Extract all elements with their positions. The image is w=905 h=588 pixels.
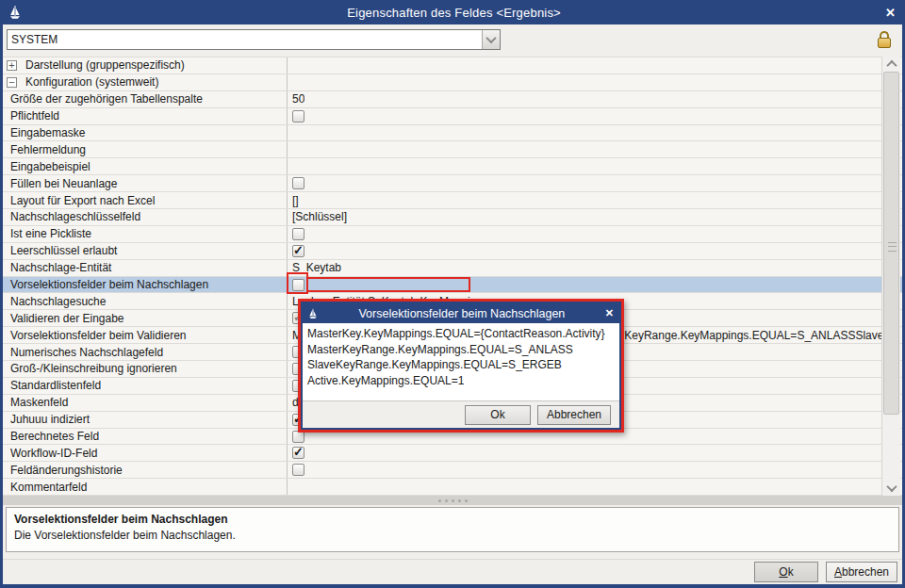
property-label: Pflichtfeld <box>10 109 59 122</box>
property-label-cell: Maskenfeld <box>3 395 288 411</box>
property-value[interactable]: [] <box>292 194 299 207</box>
checkbox[interactable] <box>292 464 304 476</box>
close-icon[interactable]: ✕ <box>885 6 896 20</box>
annotation-callout-box <box>306 277 470 292</box>
property-row[interactable]: Leerschlüssel erlaubt✓ <box>3 243 902 260</box>
vertical-scrollbar[interactable] <box>881 57 900 496</box>
property-value-cell: ✓ <box>288 445 881 461</box>
padlock-icon <box>878 31 891 49</box>
scope-combobox[interactable]: SYSTEM <box>7 29 501 50</box>
property-row[interactable]: Eingabemaske <box>3 125 902 142</box>
property-label-cell: Standardlistenfeld <box>3 378 288 394</box>
property-row[interactable]: Feldänderungshistorie <box>3 462 902 479</box>
property-value[interactable]: [Schlüssel] <box>292 210 347 223</box>
property-label-cell: Nachschlagesuche <box>3 293 288 309</box>
property-row[interactable]: Workflow-ID-Feld✓ <box>3 445 902 462</box>
property-label-cell: Ist eine Pickliste <box>3 226 288 242</box>
property-row[interactable]: Ist eine Pickliste <box>3 226 902 243</box>
property-row[interactable]: Fehlermeldung <box>3 141 902 158</box>
property-label: Vorselektionsfelder beim Nachschlagen <box>10 278 208 291</box>
property-label: Füllen bei Neuanlage <box>10 177 117 190</box>
collapse-group-icon[interactable]: − <box>7 77 17 88</box>
property-label-cell: +Darstellung (gruppenspezifisch) <box>3 57 288 74</box>
checkbox[interactable] <box>292 110 304 122</box>
window-title: Eigenschaften des Feldes <Ergebnis> <box>23 6 885 20</box>
property-label: Groß-/Kleinschreibung ignorieren <box>10 362 177 375</box>
property-label: Eingabebeispiel <box>10 160 90 173</box>
property-label: Layout für Export nach Excel <box>10 194 155 207</box>
sailboat-icon <box>8 5 23 20</box>
property-label: Fehlermeldung <box>10 143 86 156</box>
sailboat-icon <box>307 308 319 319</box>
popup-content[interactable]: MasterKey.KeyMappings.EQUAL={ContactReas… <box>303 323 619 400</box>
property-label-cell: Berechnetes Feld <box>3 429 288 445</box>
checkbox[interactable] <box>292 177 304 189</box>
scroll-down-button[interactable] <box>882 481 900 496</box>
popup-ok-button[interactable]: Ok <box>465 405 531 425</box>
popup-title: Vorselektionsfelder beim Nachschlagen <box>319 307 605 320</box>
checkbox[interactable]: ✓ <box>292 447 304 459</box>
scrollbar-grip <box>888 242 897 252</box>
property-row[interactable]: +Darstellung (gruppenspezifisch) <box>3 57 902 74</box>
combobox-dropdown-button[interactable] <box>482 30 500 49</box>
property-label: Feldänderungshistorie <box>10 464 123 477</box>
description-text: Die Vorselektionsfelder beim Nachschlage… <box>14 529 891 542</box>
property-label: Vorselektionsfelder beim Validieren <box>10 329 187 342</box>
property-value-cell <box>288 74 881 90</box>
property-label-cell: Numerisches Nachschlagefeld <box>3 344 288 360</box>
checkbox[interactable] <box>292 228 304 240</box>
properties-dialog: Eigenschaften des Feldes <Ergebnis> ✕ SY… <box>0 0 905 588</box>
property-label: Workflow-ID-Feld <box>10 447 97 460</box>
property-label: Standardlistenfeld <box>10 379 101 392</box>
scroll-up-button[interactable] <box>882 57 900 72</box>
cancel-button[interactable]: Abbrechen <box>826 562 897 582</box>
checkmark-icon: ✓ <box>293 446 304 458</box>
property-label-cell: Layout für Export nach Excel <box>3 192 288 208</box>
popup-cancel-button[interactable]: Abbrechen <box>537 405 611 425</box>
property-label: Berechnetes Feld <box>10 430 99 443</box>
property-value-cell <box>288 479 881 495</box>
property-label: Größe der zugehörigen Tabellenspalte <box>10 92 203 106</box>
splitter-handle[interactable] <box>3 496 902 505</box>
property-row[interactable]: Füllen bei Neuanlage <box>3 175 902 192</box>
checkmark-icon: ✓ <box>293 244 304 256</box>
scrollbar-thumb[interactable] <box>883 72 899 415</box>
property-value-cell: [Schlüssel] <box>288 209 881 225</box>
chevron-up-icon <box>886 60 897 71</box>
property-label-cell: Groß-/Kleinschreibung ignorieren <box>3 361 288 377</box>
property-label: Validieren der Eingabe <box>10 312 124 325</box>
property-row[interactable]: −Konfiguration (systemweit) <box>3 74 902 91</box>
property-value-cell <box>288 57 881 74</box>
property-row[interactable]: Nachschlageschlüsselfeld[Schlüssel] <box>3 209 902 226</box>
ok-button[interactable]: Ok <box>754 562 818 582</box>
property-value-cell <box>288 175 881 191</box>
popup-content-line: SlaveKeyRange.KeyMappings.EQUAL=S_ERGEB <box>307 357 615 373</box>
property-label-cell: Eingabebeispiel <box>3 158 288 174</box>
property-value-cell <box>288 141 881 157</box>
dialog-body: SYSTEM +Darstellung (gruppenspezifisch)−… <box>3 24 902 584</box>
property-label: Darstellung (gruppenspezifisch) <box>25 58 185 72</box>
property-label-cell: Validieren der Eingabe <box>3 310 288 326</box>
property-label-cell: Füllen bei Neuanlage <box>3 175 288 191</box>
property-value-cell: [] <box>288 192 881 208</box>
expand-group-icon[interactable]: + <box>7 60 17 71</box>
property-label-cell: Eingabemaske <box>3 125 288 141</box>
checkbox[interactable]: ✓ <box>292 245 304 257</box>
scope-combobox-value: SYSTEM <box>8 33 482 46</box>
property-label-cell: Vorselektionsfelder beim Nachschlagen <box>3 277 288 293</box>
property-label: Konfiguration (systemweit) <box>25 75 158 89</box>
chevron-down-icon <box>485 33 496 43</box>
property-row[interactable]: Eingabebeispiel <box>3 158 902 175</box>
property-label-cell: −Konfiguration (systemweit) <box>3 74 288 90</box>
property-label: Ist eine Pickliste <box>10 227 91 240</box>
property-row[interactable]: Größe der zugehörigen Tabellenspalte50 <box>3 91 902 108</box>
property-row[interactable]: Kommentarfeld <box>3 479 902 496</box>
popup-close-icon[interactable]: ✕ <box>605 307 614 319</box>
property-row[interactable]: Nachschlage-EntitätS_Keytab <box>3 260 902 277</box>
property-value-cell <box>288 462 881 478</box>
title-bar: Eigenschaften des Feldes <Ergebnis> ✕ <box>0 0 905 24</box>
property-value[interactable]: 50 <box>292 92 304 106</box>
property-row[interactable]: Layout für Export nach Excel[] <box>3 192 902 209</box>
chevron-down-icon <box>886 482 897 492</box>
property-row[interactable]: Pflichtfeld <box>3 108 902 125</box>
